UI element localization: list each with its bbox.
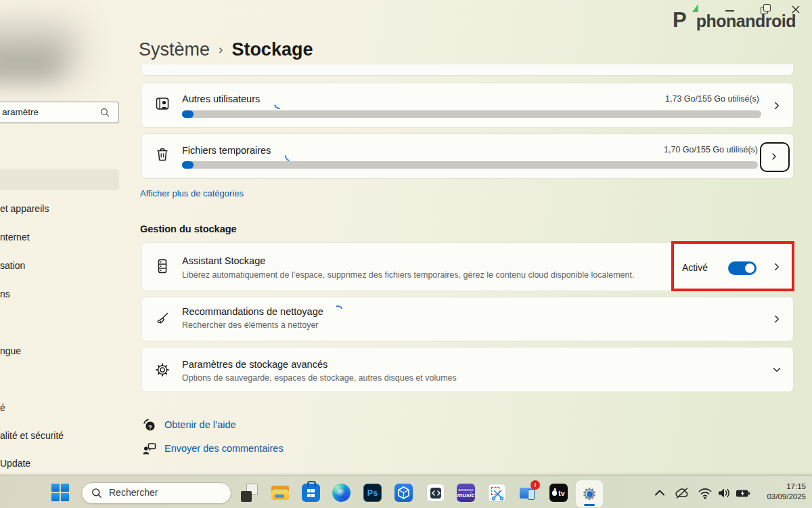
dev-chat-button[interactable] — [426, 484, 445, 502]
battery-charging-icon[interactable] — [735, 486, 751, 501]
sidebar-item-system-selected[interactable] — [0, 169, 119, 190]
storage-row-label: Autres utilisateurs — [182, 93, 260, 104]
sidebar-item-bluetooth-devices[interactable]: et appareils — [0, 203, 49, 215]
storage-progress-bar — [182, 161, 758, 169]
sidebar-item-personalization[interactable]: sation — [0, 260, 25, 272]
store-bag-handle — [307, 481, 316, 487]
sidebar-item-label: nternet — [0, 232, 30, 242]
task-view-button[interactable] — [240, 484, 258, 502]
highlight-annotation-box — [671, 241, 794, 291]
chevron-right-icon[interactable] — [771, 100, 783, 112]
cleanup-title: Recommandations de nettoyage — [182, 306, 323, 317]
advanced-storage-row[interactable]: Paramètres de stockage avancés Options d… — [141, 347, 794, 392]
photoshop-label: Ps — [367, 488, 378, 498]
settings-main-panel: Système›Stockage Autres utilisateurs 1,7… — [139, 0, 798, 475]
amazon-music-button[interactable]: amazon music — [457, 484, 475, 502]
dev-box-button[interactable] — [394, 484, 413, 502]
send-feedback-link[interactable]: Envoyer des commentaires — [164, 443, 284, 454]
sidebar-item-apps[interactable]: ns — [0, 289, 10, 301]
other-users-icon — [154, 96, 171, 112]
clock-date: 03/09/2025 — [767, 492, 806, 502]
code-arrows-icon — [427, 484, 445, 503]
search-icon — [91, 487, 103, 499]
show-more-categories-link[interactable]: Afficher plus de catégories — [140, 188, 244, 198]
settings-gear-center — [587, 491, 593, 497]
apple-tv-label: tv — [558, 489, 564, 497]
microsoft-store-button[interactable] — [302, 484, 320, 502]
storage-row-other-users[interactable]: Autres utilisateurs 1,73 Go/155 Go utili… — [141, 83, 794, 128]
wifi-icon[interactable] — [697, 486, 713, 501]
gear-icon — [154, 362, 171, 378]
loading-spinner — [332, 304, 344, 317]
start-button[interactable] — [51, 484, 69, 501]
music-label: music — [457, 492, 475, 499]
watermark-brand: phonandroid — [696, 11, 796, 31]
storage-sense-icon — [154, 258, 171, 274]
advanced-storage-description: Options de sauvegarde, espaces de stocka… — [182, 373, 457, 383]
sidebar-item-time-language[interactable]: ngue — [0, 345, 21, 358]
scissors-icon — [489, 484, 507, 503]
section-title: Gestion du stockage — [140, 224, 237, 234]
apple-tv-button[interactable]: tv — [549, 484, 568, 502]
get-help-link[interactable]: Obtenir de l’aide — [164, 419, 236, 430]
blurred-account-name — [0, 54, 61, 80]
feedback-icon — [141, 441, 158, 457]
chevron-down-icon[interactable] — [771, 364, 783, 376]
storage-usage-text: 1,70 Go/155 Go utilisé(s) — [664, 145, 758, 154]
file-explorer-button[interactable] — [271, 484, 290, 502]
breadcrumb-parent[interactable]: Système — [139, 39, 210, 60]
advanced-storage-title: Paramètres de stockage avancés — [182, 359, 328, 370]
trash-icon — [154, 146, 171, 163]
settings-search-input[interactable]: aramètre — [0, 102, 119, 123]
storage-sense-description: Libérez automatiquement de l’espace, sup… — [182, 270, 634, 280]
page-title: Stockage — [231, 39, 313, 60]
apple-logo-icon — [552, 490, 557, 496]
focused-chevron-button[interactable] — [760, 142, 790, 172]
storage-sense-title: Assistant Stockage — [182, 255, 265, 266]
taskbar-search[interactable]: Rechercher — [81, 482, 231, 504]
settings-search-value: aramètre — [2, 107, 39, 117]
watermark-letter: P — [673, 11, 687, 30]
clock-time: 17:15 — [767, 482, 806, 492]
onedrive-paused-icon[interactable] — [674, 486, 690, 501]
search-icon — [99, 107, 110, 118]
settings-app-button-active[interactable]: ⚙ — [576, 480, 603, 507]
sidebar-item-label: et appareils — [0, 203, 49, 214]
cleanup-recommendations-row[interactable]: Recommandations de nettoyage Rechercher … — [141, 297, 794, 341]
taskbar: Rechercher Ps — [0, 475, 812, 508]
taskbar-clock[interactable]: 17:15 03/09/2025 — [767, 482, 806, 502]
sidebar-item-label: ngue — [0, 345, 21, 356]
volume-icon[interactable] — [716, 486, 732, 501]
photoshop-button[interactable]: Ps — [363, 484, 382, 502]
storage-progress-fill — [182, 110, 194, 118]
sidebar-item-label: alité et sécurité — [0, 430, 64, 441]
running-app-indicator — [584, 504, 595, 506]
edge-browser-button[interactable] — [332, 484, 351, 502]
chevron-right-icon[interactable] — [771, 313, 783, 325]
sidebar-item-windows-update[interactable]: Update — [0, 458, 30, 470]
help-question-glyph: ? — [148, 423, 152, 431]
loading-spinner — [272, 97, 286, 111]
tray-chevron-up-icon[interactable] — [652, 486, 668, 501]
breadcrumb-separator: › — [219, 42, 223, 56]
storage-sense-row[interactable]: Assistant Stockage Libérez automatiqueme… — [141, 242, 794, 291]
chevron-right-icon — [769, 151, 780, 162]
phone-icon — [528, 489, 535, 500]
phone-link-button[interactable]: ! — [519, 484, 537, 502]
windows-logo-icon — [307, 489, 315, 497]
storage-row-temporary-files[interactable]: Fichiers temporaires 1,70 Go/155 Go util… — [141, 133, 794, 179]
sidebar-item-privacy-security[interactable]: alité et sécurité — [0, 430, 64, 442]
cleanup-description: Rechercher des éléments à nettoyer — [182, 320, 319, 330]
sidebar-item-label: ns — [0, 289, 10, 299]
sidebar-item-network-internet[interactable]: nternet — [0, 232, 30, 244]
sidebar-item-label: sation — [0, 260, 25, 271]
sidebar-item-accessibility[interactable]: é — [0, 402, 5, 415]
folder-tab — [275, 494, 284, 498]
storage-usage-text: 1,73 Go/155 Go utilisé(s) — [665, 94, 759, 104]
snipping-tool-button[interactable] — [488, 484, 506, 502]
notification-badge: ! — [531, 480, 540, 490]
breadcrumb: Système›Stockage — [139, 39, 313, 60]
sidebar-item-label: Update — [0, 458, 30, 469]
broom-icon — [154, 310, 171, 326]
watermark-logo: P phonandroid — [673, 11, 796, 31]
